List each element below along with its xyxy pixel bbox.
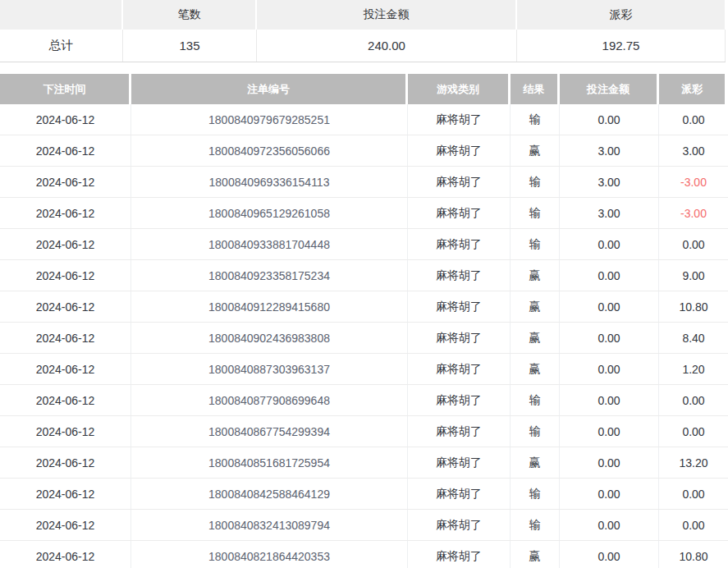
- cell-payout: 0.00: [659, 385, 728, 415]
- column-header-bet-amount: 投注金额: [560, 74, 659, 104]
- cell-bet-id: 1800840867754299394: [131, 416, 408, 447]
- cell-result: 赢: [511, 291, 560, 322]
- table-row: 2024-06-12 1800840923358175234 麻将胡了 赢 0.…: [0, 260, 728, 291]
- cell-result: 输: [511, 229, 560, 259]
- cell-payout: -3.00: [659, 198, 728, 228]
- cell-bet-amount: 0.00: [560, 323, 659, 353]
- cell-bet-time: 2024-06-12: [0, 260, 131, 291]
- cell-bet-amount: 0.00: [560, 354, 659, 384]
- cell-game-type: 麻将胡了: [408, 291, 511, 322]
- cell-bet-time: 2024-06-12: [0, 198, 131, 228]
- cell-payout: 10.80: [659, 541, 728, 568]
- cell-result: 赢: [511, 323, 560, 353]
- cell-bet-amount: 3.00: [560, 135, 659, 166]
- cell-result: 输: [511, 479, 560, 509]
- cell-result: 赢: [511, 260, 560, 291]
- cell-bet-amount: 0.00: [560, 104, 659, 135]
- cell-payout: 1.20: [659, 354, 728, 384]
- column-header-game-type: 游戏类别: [408, 74, 511, 104]
- cell-game-type: 麻将胡了: [408, 510, 511, 540]
- bet-table: 下注时间 注单编号 游戏类别 结果 投注金额 派彩 2024-06-12 180…: [0, 74, 728, 568]
- cell-bet-id: 1800840979679285251: [131, 104, 408, 135]
- cell-result: 输: [511, 104, 560, 135]
- cell-bet-id: 1800840851681725954: [131, 447, 408, 478]
- cell-payout: 0.00: [659, 479, 728, 509]
- cell-bet-amount: 0.00: [560, 541, 659, 568]
- summary-total-bet-amount: 240.00: [257, 30, 517, 62]
- cell-bet-time: 2024-06-12: [0, 510, 131, 540]
- cell-bet-amount: 0.00: [560, 447, 659, 478]
- cell-game-type: 麻将胡了: [408, 447, 511, 478]
- cell-bet-id: 1800840923358175234: [131, 260, 408, 291]
- column-header-bet-id: 注单编号: [131, 74, 408, 104]
- summary-header-count: 笔数: [123, 0, 257, 30]
- cell-game-type: 麻将胡了: [408, 354, 511, 384]
- cell-game-type: 麻将胡了: [408, 167, 511, 197]
- cell-result: 输: [511, 198, 560, 228]
- cell-game-type: 麻将胡了: [408, 385, 511, 415]
- cell-bet-time: 2024-06-12: [0, 385, 131, 415]
- cell-bet-amount: 0.00: [560, 479, 659, 509]
- table-row: 2024-06-12 1800840902436983808 麻将胡了 赢 0.…: [0, 323, 728, 354]
- table-row: 2024-06-12 1800840877908699648 麻将胡了 输 0.…: [0, 385, 728, 416]
- cell-payout: 0.00: [659, 229, 728, 259]
- cell-bet-amount: 3.00: [560, 167, 659, 197]
- cell-game-type: 麻将胡了: [408, 104, 511, 135]
- cell-bet-time: 2024-06-12: [0, 229, 131, 259]
- cell-bet-amount: 0.00: [560, 229, 659, 259]
- cell-game-type: 麻将胡了: [408, 323, 511, 353]
- table-row: 2024-06-12 1800840851681725954 麻将胡了 赢 0.…: [0, 447, 728, 479]
- cell-bet-id: 1800840877908699648: [131, 385, 408, 415]
- cell-game-type: 麻将胡了: [408, 479, 511, 509]
- cell-payout: 8.40: [659, 323, 728, 353]
- cell-bet-time: 2024-06-12: [0, 354, 131, 384]
- cell-result: 赢: [511, 447, 560, 478]
- cell-game-type: 麻将胡了: [408, 229, 511, 259]
- cell-bet-amount: 0.00: [560, 260, 659, 291]
- summary-table: 笔数 投注金额 派彩 总计 135 240.00 192.75: [0, 0, 728, 62]
- cell-bet-amount: 0.00: [560, 385, 659, 415]
- cell-result: 输: [511, 385, 560, 415]
- cell-game-type: 麻将胡了: [408, 260, 511, 291]
- cell-bet-id: 1800840887303963137: [131, 354, 408, 384]
- cell-result: 赢: [511, 135, 560, 166]
- cell-bet-id: 1800840821864420353: [131, 541, 408, 568]
- cell-payout: 10.80: [659, 291, 728, 322]
- cell-payout: 3.00: [659, 135, 728, 166]
- summary-total-row: 总计 135 240.00 192.75: [0, 30, 726, 62]
- cell-game-type: 麻将胡了: [408, 416, 511, 447]
- table-row: 2024-06-12 1800840972356056066 麻将胡了 赢 3.…: [0, 135, 728, 167]
- table-row: 2024-06-12 1800840821864420353 麻将胡了 赢 0.…: [0, 541, 728, 568]
- summary-total-label: 总计: [0, 30, 123, 62]
- cell-bet-id: 1800840965129261058: [131, 198, 408, 228]
- cell-result: 输: [511, 167, 560, 197]
- cell-bet-id: 1800840972356056066: [131, 135, 408, 166]
- table-row: 2024-06-12 1800840842588464129 麻将胡了 输 0.…: [0, 479, 728, 510]
- cell-bet-id: 1800840832413089794: [131, 510, 408, 540]
- summary-header-empty: [0, 0, 123, 30]
- bet-table-body: 2024-06-12 1800840979679285251 麻将胡了 输 0.…: [0, 104, 728, 568]
- cell-bet-time: 2024-06-12: [0, 447, 131, 478]
- cell-bet-time: 2024-06-12: [0, 167, 131, 197]
- cell-bet-id: 1800840842588464129: [131, 479, 408, 509]
- cell-bet-time: 2024-06-12: [0, 104, 131, 135]
- column-header-bet-time: 下注时间: [0, 74, 131, 104]
- cell-bet-amount: 0.00: [560, 291, 659, 322]
- table-row: 2024-06-12 1800840965129261058 麻将胡了 输 3.…: [0, 198, 728, 229]
- cell-bet-id: 1800840912289415680: [131, 291, 408, 322]
- cell-payout: 0.00: [659, 104, 728, 135]
- column-header-payout: 派彩: [659, 74, 725, 104]
- cell-bet-id: 1800840902436983808: [131, 323, 408, 353]
- table-row: 2024-06-12 1800840979679285251 麻将胡了 输 0.…: [0, 104, 728, 135]
- cell-result: 输: [511, 416, 560, 447]
- cell-payout: -3.00: [659, 167, 728, 197]
- cell-payout: 13.20: [659, 447, 728, 478]
- table-row: 2024-06-12 1800840832413089794 麻将胡了 输 0.…: [0, 510, 728, 541]
- summary-total-payout: 192.75: [517, 30, 726, 62]
- table-row: 2024-06-12 1800840933881704448 麻将胡了 输 0.…: [0, 229, 728, 260]
- cell-bet-amount: 3.00: [560, 198, 659, 228]
- cell-bet-time: 2024-06-12: [0, 479, 131, 509]
- cell-bet-amount: 0.00: [560, 510, 659, 540]
- cell-result: 赢: [511, 541, 560, 568]
- cell-game-type: 麻将胡了: [408, 198, 511, 228]
